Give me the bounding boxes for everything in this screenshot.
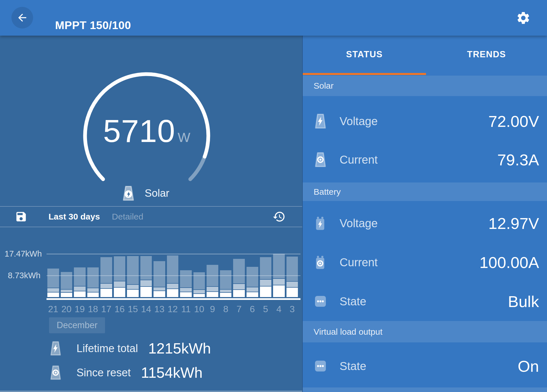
segment-middle-light [233,284,245,289]
day-label: 15 [127,304,139,314]
load-state-row: State On [303,350,547,382]
chart-bar-day-14[interactable] [140,256,152,297]
chart-bar-day-17[interactable] [100,257,112,297]
back-arrow-icon [16,12,28,24]
history-icon[interactable] [273,210,286,223]
day-label: 16 [114,304,126,314]
chart-bar-day-9[interactable] [207,265,218,297]
segment-top-pale [247,267,258,287]
segment-middle-light [207,287,218,291]
segment-bottom-white [220,293,232,297]
segment-top-pale [180,270,192,287]
chart-bar-day-3[interactable] [286,257,298,297]
range-tab-detailed[interactable]: Detailed [112,212,143,222]
segment-bottom-white [127,290,139,297]
day-label: 10 [193,304,205,314]
day-label: 17 [100,304,112,314]
tab-trends[interactable]: TRENDS [426,36,547,73]
history-toolbar: Last 30 days Detailed [0,206,302,227]
day-label: 5 [260,304,272,314]
day-label: 11 [180,304,192,314]
segment-top-pale [220,270,232,289]
row-value: 72.00V [489,112,539,131]
day-label: 3 [286,304,298,314]
segment-bottom-white [100,289,112,297]
segment-bottom-white [260,287,272,297]
segment-top-pale [87,267,99,288]
tab-status[interactable]: STATUS [303,36,426,73]
segment-top-pale [100,257,112,283]
segment-top-pale [260,257,272,279]
since-reset-value: 1154kWh [141,364,203,381]
row-value: 79.3A [497,151,539,169]
row-value: 100.00A [479,253,539,272]
segment-middle-light [114,281,126,287]
lifetime-total-label: Lifetime total [76,342,138,355]
segment-bottom-white [193,294,205,297]
chart-bar-day-4[interactable] [273,254,285,297]
live-data-panel: 5710 W Solar Last 30 days Detailed 17.47… [0,36,302,392]
segment-bottom-white [273,285,285,297]
day-label: 21 [47,304,59,314]
solar-panel-bolt-circle-icon [121,185,136,202]
segment-top-pale [233,259,245,283]
day-label: 8 [220,304,232,314]
chart-bar-day-19[interactable] [74,267,86,297]
row-label: Current [340,256,378,269]
chart-bar-day-15[interactable] [127,256,139,297]
chart-bar-day-6[interactable] [247,267,258,297]
segment-bottom-white [180,292,192,297]
row-label: State [340,360,366,373]
since-reset-row: Since reset 1154kWh [49,364,203,381]
chart-bar-day-13[interactable] [154,261,165,297]
solar-voltage-row: Voltage 72.00V [303,105,547,137]
settings-button[interactable] [516,11,531,25]
segment-bottom-white [140,287,152,297]
segment-middle-light [61,290,72,292]
day-label: 6 [247,304,258,314]
chart-bar-day-11[interactable] [180,270,192,297]
segment-middle-light [154,287,165,291]
save-icon[interactable] [15,210,27,223]
left-panel-bottom-edge [0,391,302,392]
battery-target-icon [314,254,327,270]
section-header-partial [303,387,547,392]
solar-panel-bolt-icon [314,113,327,129]
gauge-arc-remainder [190,157,205,179]
segment-middle-light [286,282,298,287]
chart-bar-day-12[interactable] [167,255,179,297]
back-button[interactable] [11,7,33,29]
range-tab-last-30-days[interactable]: Last 30 days [49,212,100,222]
month-label: December [49,317,105,333]
app-bar: MPPT 150/100 [0,0,547,36]
chart-bar-day-5[interactable] [260,257,272,297]
chart-bar-day-20[interactable] [61,272,72,297]
chart-bar-day-18[interactable] [87,267,99,297]
segment-top-pale [114,256,126,281]
lifetime-total-value: 1215kWh [148,340,211,357]
day-label: 7 [233,304,245,314]
segment-middle-light [100,284,112,288]
solar-current-row: Current 79.3A [303,144,547,175]
battery-state-row: State Bulk [303,286,547,317]
segment-middle-light [140,280,152,286]
segment-top-pale [140,256,152,280]
chart-bar-day-7[interactable] [233,259,245,297]
segment-bottom-white [47,293,59,297]
chart-bar-day-21[interactable] [47,269,59,297]
day-label: 9 [207,304,218,314]
segment-top-pale [286,257,298,281]
page-title: MPPT 150/100 [55,7,131,43]
battery-current-row: Current 100.00A [303,247,547,278]
segment-middle-light [180,288,192,292]
gauge-label: Solar [145,187,169,199]
chart-baseline [47,298,300,300]
chart-bar-day-10[interactable] [193,272,205,297]
solar-panel-bolt-icon [49,341,62,356]
section-header-solar: Solar [303,76,547,96]
segment-top-pale [207,265,218,286]
chart-bar-day-16[interactable] [114,256,126,297]
chart-bar-day-8[interactable] [220,270,232,297]
day-label: 14 [140,304,152,314]
solar-panel-target-icon [49,365,62,380]
